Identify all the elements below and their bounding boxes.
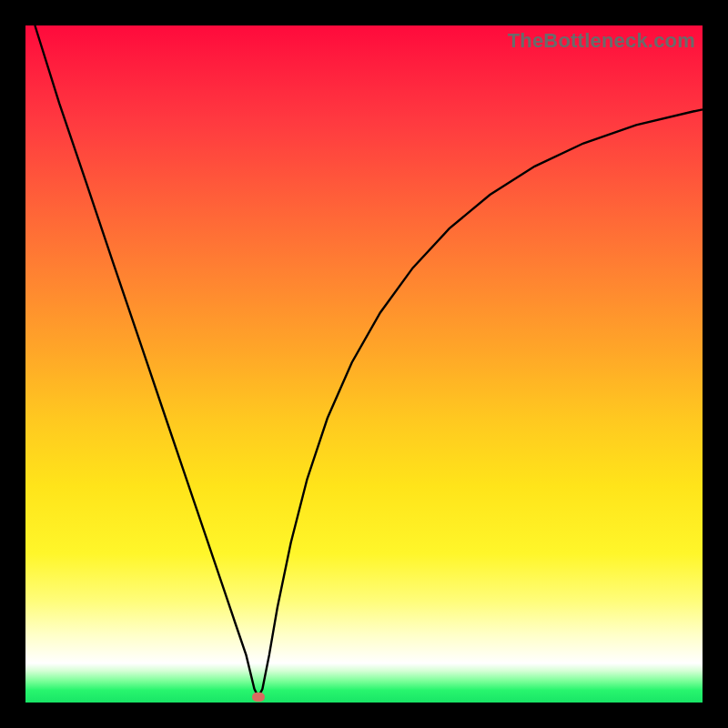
bottleneck-curve bbox=[25, 25, 703, 703]
chart-frame: TheBottleneck.com bbox=[0, 0, 728, 728]
curve-path bbox=[35, 25, 703, 697]
vertex-marker bbox=[252, 693, 265, 702]
plot-area: TheBottleneck.com bbox=[25, 25, 703, 703]
